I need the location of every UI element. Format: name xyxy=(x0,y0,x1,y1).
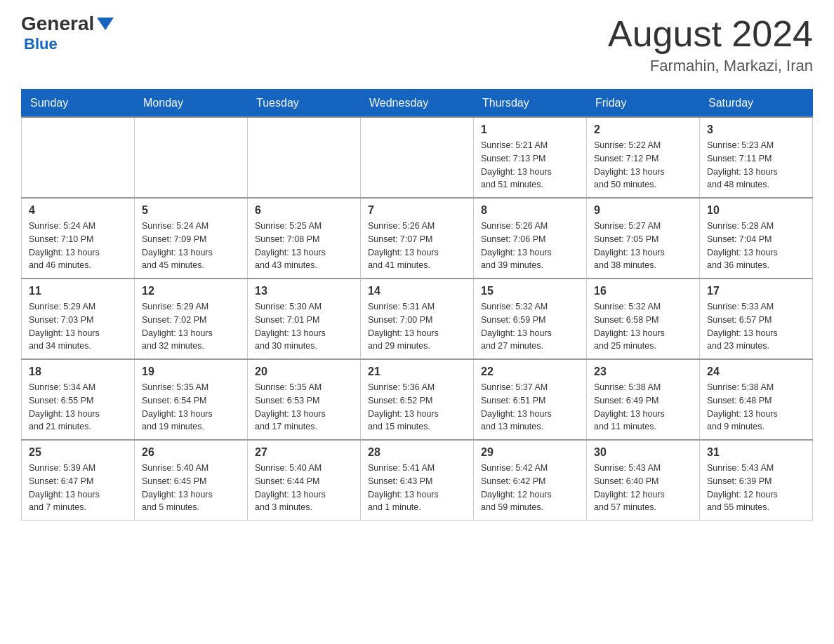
day-info: Sunrise: 5:39 AM Sunset: 6:47 PM Dayligh… xyxy=(29,462,127,514)
calendar-cell-5-3: 27Sunrise: 5:40 AM Sunset: 6:44 PM Dayli… xyxy=(248,440,361,521)
day-info: Sunrise: 5:38 AM Sunset: 6:48 PM Dayligh… xyxy=(707,381,805,434)
calendar-cell-2-7: 10Sunrise: 5:28 AM Sunset: 7:04 PM Dayli… xyxy=(700,198,813,279)
calendar-cell-5-1: 25Sunrise: 5:39 AM Sunset: 6:47 PM Dayli… xyxy=(22,440,135,521)
day-number: 31 xyxy=(707,446,805,459)
day-number: 6 xyxy=(255,204,353,217)
day-info: Sunrise: 5:28 AM Sunset: 7:04 PM Dayligh… xyxy=(707,220,805,272)
calendar-cell-5-7: 31Sunrise: 5:43 AM Sunset: 6:39 PM Dayli… xyxy=(700,440,813,521)
calendar-cell-5-6: 30Sunrise: 5:43 AM Sunset: 6:40 PM Dayli… xyxy=(587,440,700,521)
week-row-1: 1Sunrise: 5:21 AM Sunset: 7:13 PM Daylig… xyxy=(22,117,813,198)
day-number: 19 xyxy=(142,365,240,378)
day-number: 12 xyxy=(142,285,240,297)
day-info: Sunrise: 5:40 AM Sunset: 6:45 PM Dayligh… xyxy=(142,462,240,514)
calendar-table: SundayMondayTuesdayWednesdayThursdayFrid… xyxy=(21,89,813,521)
location-title: Farmahin, Markazi, Iran xyxy=(608,57,813,75)
calendar-cell-4-3: 20Sunrise: 5:35 AM Sunset: 6:53 PM Dayli… xyxy=(248,359,361,440)
calendar-cell-1-7: 3Sunrise: 5:23 AM Sunset: 7:11 PM Daylig… xyxy=(700,117,813,198)
calendar-cell-2-5: 8Sunrise: 5:26 AM Sunset: 7:06 PM Daylig… xyxy=(474,198,587,279)
weekday-header-friday: Friday xyxy=(587,90,700,118)
calendar-cell-1-3 xyxy=(248,117,361,198)
day-info: Sunrise: 5:35 AM Sunset: 6:54 PM Dayligh… xyxy=(142,381,240,434)
calendar-cell-3-5: 15Sunrise: 5:32 AM Sunset: 6:59 PM Dayli… xyxy=(474,279,587,359)
day-number: 28 xyxy=(368,446,466,459)
day-number: 9 xyxy=(594,204,692,217)
week-row-4: 18Sunrise: 5:34 AM Sunset: 6:55 PM Dayli… xyxy=(22,359,813,440)
weekday-header-saturday: Saturday xyxy=(700,90,813,118)
day-number: 24 xyxy=(707,365,805,378)
day-info: Sunrise: 5:34 AM Sunset: 6:55 PM Dayligh… xyxy=(29,381,127,434)
month-title: August 2024 xyxy=(608,14,813,54)
calendar-cell-3-4: 14Sunrise: 5:31 AM Sunset: 7:00 PM Dayli… xyxy=(361,279,474,359)
logo-text-general: General xyxy=(21,14,94,34)
logo-triangle-icon xyxy=(97,18,114,30)
calendar-cell-4-6: 23Sunrise: 5:38 AM Sunset: 6:49 PM Dayli… xyxy=(587,359,700,440)
day-info: Sunrise: 5:43 AM Sunset: 6:40 PM Dayligh… xyxy=(594,462,692,514)
day-number: 13 xyxy=(255,285,353,297)
weekday-header-wednesday: Wednesday xyxy=(361,90,474,118)
day-info: Sunrise: 5:30 AM Sunset: 7:01 PM Dayligh… xyxy=(255,300,353,353)
day-info: Sunrise: 5:32 AM Sunset: 6:59 PM Dayligh… xyxy=(481,300,579,353)
calendar-cell-5-5: 29Sunrise: 5:42 AM Sunset: 6:42 PM Dayli… xyxy=(474,440,587,521)
calendar-cell-1-1 xyxy=(22,117,135,198)
calendar-cell-4-5: 22Sunrise: 5:37 AM Sunset: 6:51 PM Dayli… xyxy=(474,359,587,440)
calendar-cell-4-2: 19Sunrise: 5:35 AM Sunset: 6:54 PM Dayli… xyxy=(135,359,248,440)
day-info: Sunrise: 5:42 AM Sunset: 6:42 PM Dayligh… xyxy=(481,462,579,514)
day-info: Sunrise: 5:33 AM Sunset: 6:57 PM Dayligh… xyxy=(707,300,805,353)
day-info: Sunrise: 5:35 AM Sunset: 6:53 PM Dayligh… xyxy=(255,381,353,434)
day-number: 2 xyxy=(594,123,692,136)
calendar-cell-1-2 xyxy=(135,117,248,198)
day-info: Sunrise: 5:36 AM Sunset: 6:52 PM Dayligh… xyxy=(368,381,466,434)
day-number: 21 xyxy=(368,365,466,378)
logo-text-blue: Blue xyxy=(24,35,58,53)
day-info: Sunrise: 5:40 AM Sunset: 6:44 PM Dayligh… xyxy=(255,462,353,514)
day-info: Sunrise: 5:29 AM Sunset: 7:03 PM Dayligh… xyxy=(29,300,127,353)
day-number: 4 xyxy=(29,204,127,217)
day-number: 17 xyxy=(707,285,805,297)
day-number: 18 xyxy=(29,365,127,378)
weekday-header-thursday: Thursday xyxy=(474,90,587,118)
day-info: Sunrise: 5:43 AM Sunset: 6:39 PM Dayligh… xyxy=(707,462,805,514)
day-info: Sunrise: 5:31 AM Sunset: 7:00 PM Dayligh… xyxy=(368,300,466,353)
day-info: Sunrise: 5:37 AM Sunset: 6:51 PM Dayligh… xyxy=(481,381,579,434)
calendar-cell-3-6: 16Sunrise: 5:32 AM Sunset: 6:58 PM Dayli… xyxy=(587,279,700,359)
day-info: Sunrise: 5:21 AM Sunset: 7:13 PM Dayligh… xyxy=(481,139,579,192)
day-number: 22 xyxy=(481,365,579,378)
day-number: 7 xyxy=(368,204,466,217)
day-info: Sunrise: 5:41 AM Sunset: 6:43 PM Dayligh… xyxy=(368,462,466,514)
day-number: 16 xyxy=(594,285,692,297)
weekday-header-monday: Monday xyxy=(135,90,248,118)
day-number: 29 xyxy=(481,446,579,459)
day-number: 26 xyxy=(142,446,240,459)
calendar-cell-1-6: 2Sunrise: 5:22 AM Sunset: 7:12 PM Daylig… xyxy=(587,117,700,198)
day-number: 23 xyxy=(594,365,692,378)
calendar-cell-2-6: 9Sunrise: 5:27 AM Sunset: 7:05 PM Daylig… xyxy=(587,198,700,279)
day-info: Sunrise: 5:32 AM Sunset: 6:58 PM Dayligh… xyxy=(594,300,692,353)
week-row-3: 11Sunrise: 5:29 AM Sunset: 7:03 PM Dayli… xyxy=(22,279,813,359)
calendar-cell-1-4 xyxy=(361,117,474,198)
calendar-cell-2-1: 4Sunrise: 5:24 AM Sunset: 7:10 PM Daylig… xyxy=(22,198,135,279)
calendar-cell-4-1: 18Sunrise: 5:34 AM Sunset: 6:55 PM Dayli… xyxy=(22,359,135,440)
calendar-cell-2-3: 6Sunrise: 5:25 AM Sunset: 7:08 PM Daylig… xyxy=(248,198,361,279)
calendar-cell-3-7: 17Sunrise: 5:33 AM Sunset: 6:57 PM Dayli… xyxy=(700,279,813,359)
logo: General Blue xyxy=(21,14,114,53)
day-info: Sunrise: 5:26 AM Sunset: 7:07 PM Dayligh… xyxy=(368,220,466,272)
calendar-cell-3-3: 13Sunrise: 5:30 AM Sunset: 7:01 PM Dayli… xyxy=(248,279,361,359)
day-number: 5 xyxy=(142,204,240,217)
day-number: 10 xyxy=(707,204,805,217)
day-info: Sunrise: 5:22 AM Sunset: 7:12 PM Dayligh… xyxy=(594,139,692,192)
day-info: Sunrise: 5:26 AM Sunset: 7:06 PM Dayligh… xyxy=(481,220,579,272)
day-number: 25 xyxy=(29,446,127,459)
calendar-cell-3-1: 11Sunrise: 5:29 AM Sunset: 7:03 PM Dayli… xyxy=(22,279,135,359)
week-row-2: 4Sunrise: 5:24 AM Sunset: 7:10 PM Daylig… xyxy=(22,198,813,279)
day-info: Sunrise: 5:24 AM Sunset: 7:09 PM Dayligh… xyxy=(142,220,240,272)
calendar-cell-2-2: 5Sunrise: 5:24 AM Sunset: 7:09 PM Daylig… xyxy=(135,198,248,279)
day-number: 3 xyxy=(707,123,805,136)
title-area: August 2024 Farmahin, Markazi, Iran xyxy=(608,14,813,75)
calendar-cell-5-4: 28Sunrise: 5:41 AM Sunset: 6:43 PM Dayli… xyxy=(361,440,474,521)
calendar-cell-3-2: 12Sunrise: 5:29 AM Sunset: 7:02 PM Dayli… xyxy=(135,279,248,359)
day-info: Sunrise: 5:25 AM Sunset: 7:08 PM Dayligh… xyxy=(255,220,353,272)
calendar-cell-4-4: 21Sunrise: 5:36 AM Sunset: 6:52 PM Dayli… xyxy=(361,359,474,440)
day-number: 8 xyxy=(481,204,579,217)
day-number: 1 xyxy=(481,123,579,136)
calendar-cell-1-5: 1Sunrise: 5:21 AM Sunset: 7:13 PM Daylig… xyxy=(474,117,587,198)
